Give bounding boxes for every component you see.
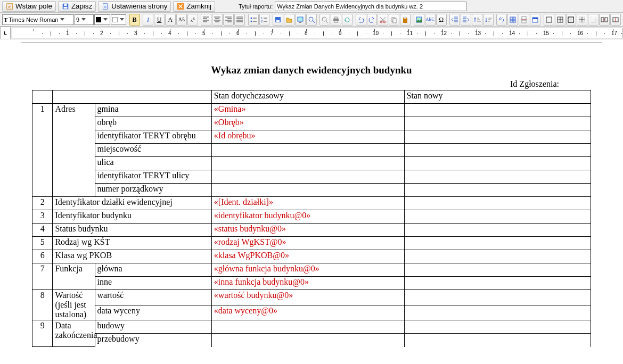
refresh-icon (343, 16, 351, 23)
insert-abc-button[interactable]: ABC (425, 14, 436, 26)
date-button[interactable] (530, 14, 540, 26)
split-cells-button[interactable] (610, 14, 621, 26)
sort-asc-icon (473, 16, 481, 23)
table-row: identyfikator TERYT ulicy (32, 170, 591, 184)
border-outer-button[interactable] (566, 14, 577, 26)
table-row: przebudowy (32, 334, 591, 347)
bold-button[interactable]: B (129, 14, 140, 26)
svg-rect-36 (591, 17, 596, 22)
insert-icon (6, 3, 13, 10)
underline-button[interactable]: U (154, 14, 165, 26)
omega-icon: Ω (439, 16, 444, 23)
svg-rect-18 (334, 21, 338, 22)
align-center-icon (214, 16, 221, 23)
insert-field-label: Wstaw pole (15, 2, 52, 10)
outdent-icon (451, 16, 458, 23)
font-selector[interactable]: T Times New Roman (2, 14, 74, 25)
svg-rect-24 (404, 17, 406, 19)
save-button[interactable]: Zapisz (58, 1, 96, 12)
table-row: 7Funkcjagłówna«główna funkcja budynku@0» (32, 263, 591, 277)
page-settings-button[interactable]: Ustawienia strony (98, 1, 171, 12)
color-swatch-icon (96, 17, 101, 22)
border-all-button[interactable] (555, 14, 565, 26)
refresh-button[interactable] (342, 14, 353, 26)
zoom-button[interactable] (306, 14, 317, 26)
svg-rect-29 (522, 20, 526, 23)
strike-button[interactable]: A (165, 14, 176, 26)
a5-button[interactable]: A5 (176, 14, 187, 26)
search-icon (321, 16, 329, 23)
svg-point-7 (250, 20, 252, 22)
font-color-selector[interactable] (94, 14, 110, 25)
undo-button[interactable] (356, 14, 366, 26)
align-justify-button[interactable] (234, 14, 245, 26)
table-row: numer porządkowy (32, 184, 591, 197)
font-size-selector[interactable]: 9 (75, 14, 94, 25)
preview-button[interactable] (295, 14, 306, 26)
svg-rect-22 (393, 19, 396, 23)
link-button[interactable] (496, 14, 507, 26)
sort-asc-button[interactable] (472, 14, 482, 26)
align-right-button[interactable] (223, 14, 234, 26)
save-icon (274, 16, 282, 23)
numbering-button[interactable]: 12 (259, 14, 270, 26)
svg-rect-12 (298, 17, 303, 21)
borders-button[interactable] (544, 14, 554, 26)
svg-point-6 (250, 17, 252, 19)
document-area[interactable]: Wykaz zmian danych ewidencyjnych budynku… (0, 39, 623, 364)
save-label: Zapisz (71, 2, 92, 10)
bullets-button[interactable] (248, 14, 259, 26)
copy-icon (390, 16, 398, 23)
align-justify-icon (236, 16, 243, 23)
printer-icon (332, 16, 340, 23)
align-left-button[interactable] (201, 14, 211, 26)
cut-button[interactable] (378, 14, 388, 26)
id-line: Id Zgłoszenia: (21, 79, 602, 89)
close-button[interactable]: Zamknij (173, 1, 215, 12)
align-center-button[interactable] (212, 14, 223, 26)
page-break-button[interactable] (519, 14, 529, 26)
ruler-corner[interactable]: L (0, 27, 11, 39)
insert-image-button[interactable] (414, 14, 424, 26)
doc-title: Wykaz zmian danych ewidencyjnych budynku (21, 64, 602, 76)
highlight-color-selector[interactable] (111, 14, 126, 25)
find-button[interactable] (319, 14, 330, 26)
sort-desc-button[interactable] (483, 14, 494, 26)
font-size: 9 (76, 16, 79, 23)
italic-button[interactable]: I (143, 14, 153, 26)
font-icon: T (4, 16, 7, 23)
merge-cells-button[interactable] (599, 14, 610, 26)
table-row: miejscowość (32, 144, 591, 157)
border-outer-icon (567, 16, 575, 23)
svg-point-26 (417, 18, 419, 19)
open-button[interactable] (284, 14, 294, 26)
dropdown-icon (60, 18, 64, 21)
report-title-input[interactable] (275, 2, 466, 11)
font-name: Times New Roman (9, 16, 58, 23)
ruler-scale[interactable]: 1234567891011121314151617 (12, 28, 623, 38)
copy-button[interactable] (389, 14, 399, 26)
border-none-button[interactable] (588, 14, 599, 26)
format-toolbar: T Times New Roman 9 B I U A A5 xx 12 ABC… (0, 13, 623, 27)
outdent-button[interactable] (449, 14, 460, 26)
redo-button[interactable] (367, 14, 378, 26)
insert-field-button[interactable]: Wstaw pole (2, 1, 56, 12)
indent-button[interactable] (461, 14, 471, 26)
insert-symbol-button[interactable]: Ω (436, 14, 447, 26)
table-button[interactable] (507, 14, 518, 26)
image-icon (415, 16, 423, 23)
dropdown-icon (103, 18, 108, 21)
svg-point-14 (309, 17, 313, 21)
save2-button[interactable] (273, 14, 283, 26)
border-inner-button[interactable] (577, 14, 587, 26)
table-row: obręb«Obręb» (32, 117, 591, 130)
magnifier-icon (308, 16, 315, 23)
paste-button[interactable] (400, 14, 411, 26)
paste-icon (401, 16, 409, 23)
table-row: 6Klasa wg PKOB«klasa WgPKOB@0» (32, 250, 591, 263)
border-all-icon (556, 16, 564, 23)
print-button[interactable] (331, 14, 341, 26)
super-sub-button[interactable]: xx (187, 14, 198, 26)
table-row: 2Identyfikator działki ewidencyjnej«[Ide… (32, 197, 591, 210)
page-settings-label: Ustawienia strony (111, 2, 167, 10)
